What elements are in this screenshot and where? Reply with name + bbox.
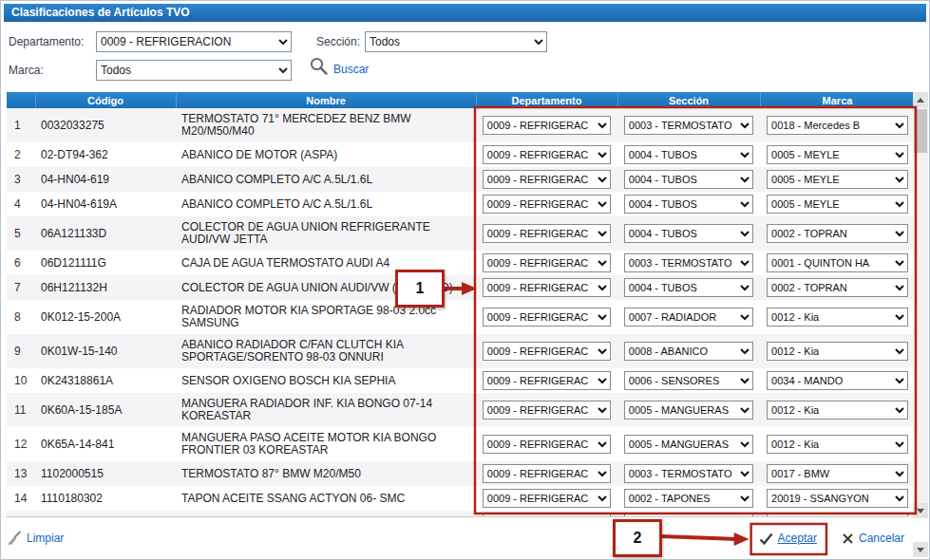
dialog-titlebar: Clasificaciones de Artículos TVO — [4, 4, 926, 22]
row-nombre: MANGUERA PASO ACEITE MOTOR KIA BONGO FRO… — [176, 427, 476, 461]
row-seccion-select[interactable]: 0004 - TUBOS — [624, 145, 753, 164]
row-marca-select[interactable]: 0005 - MEYLE — [767, 195, 908, 214]
seccion-filter-select[interactable]: Todos — [365, 31, 547, 52]
row-marca-select[interactable]: 0012 - Kia — [767, 435, 908, 454]
row-departamento-select[interactable]: 0009 - REFRIGERAC — [483, 489, 611, 508]
row-seccion-select[interactable]: 0003 - TERMOSTATO — [624, 464, 753, 483]
row-number: 11 — [7, 393, 35, 427]
row-departamento-select-cell: 0009 - REFRIGERAC — [476, 251, 617, 275]
departamento-filter-select[interactable]: 0009 - REFRIGERACION — [96, 31, 292, 52]
row-departamento-select[interactable]: 0009 - REFRIGERAC — [483, 278, 611, 297]
scroll-up-button[interactable] — [913, 92, 928, 107]
row-departamento-select[interactable]: 0009 - REFRIGERAC — [483, 170, 611, 189]
row-seccion-select-cell: 0004 - TUBOS — [617, 192, 760, 216]
seccion-filter-label: Sección: — [316, 35, 360, 48]
row-codigo: 06A121133D — [35, 216, 176, 251]
aceptar-button[interactable]: Aceptar — [759, 532, 817, 545]
row-marca-select[interactable]: 0001 - QUINTON HA — [767, 253, 908, 272]
row-seccion-select[interactable]: 0004 - TUBOS — [624, 224, 753, 243]
table-row: 506A121133DCOLECTOR DE AGUA UNION REFRIG… — [7, 216, 915, 251]
search-icon — [309, 56, 329, 80]
row-departamento-select[interactable]: 0009 - REFRIGERAC — [483, 224, 611, 243]
row-seccion-select[interactable]: 0004 - TUBOS — [624, 170, 753, 189]
row-seccion-select[interactable]: 0005 - MANGUERAS — [624, 435, 753, 454]
row-marca-select[interactable]: 0005 - MEYLE — [767, 170, 908, 189]
aceptar-label: Aceptar — [778, 532, 817, 545]
marca-filter-select[interactable]: Todos — [96, 60, 292, 81]
row-departamento-select[interactable]: 0009 - REFRIGERAC — [483, 116, 611, 135]
row-departamento-select[interactable]: 0009 - REFRIGERAC — [483, 435, 611, 454]
row-departamento-select-cell: 0009 - REFRIGERAC — [476, 368, 617, 393]
row-seccion-select[interactable]: 0006 - SENSORES — [624, 371, 753, 390]
row-codigo: 04-HN04-619 — [35, 167, 176, 192]
row-seccion-select[interactable]: 0002 - TAPONES — [624, 489, 753, 508]
row-marca-select-cell: 0012 - Kia — [760, 300, 915, 334]
row-departamento-select[interactable]: 0009 - REFRIGERAC — [483, 371, 611, 390]
row-departamento-select[interactable]: 0009 - REFRIGERAC — [483, 464, 611, 483]
row-nombre: ABANICO COMPLETO A/C A.5L/1.6L — [176, 167, 476, 192]
table-row: 80K012-15-200ARADIADOR MOTOR KIA SPORTAG… — [7, 300, 915, 334]
row-codigo: 06H121132H — [35, 275, 176, 300]
row-marca-select[interactable]: 0012 - Kia — [767, 342, 908, 361]
row-marca-select-cell: 0012 - Kia — [760, 427, 915, 461]
row-marca-select[interactable]: 0034 - MANDO — [767, 371, 908, 390]
row-marca-select[interactable]: 0002 - TOPRAN — [767, 224, 908, 243]
row-marca-select[interactable]: 0017 - BMW — [767, 464, 908, 483]
row-departamento-select[interactable]: 0009 - REFRIGERAC — [483, 401, 611, 420]
row-departamento-select[interactable]: 0009 - REFRIGERAC — [483, 342, 611, 361]
row-codigo: 0K24318861A — [35, 368, 176, 393]
row-seccion-select[interactable]: 0004 - TUBOS — [624, 278, 753, 297]
row-seccion-select-cell: 0003 - TERMOSTATO — [617, 108, 760, 142]
table-header-row: Código Nombre Departamento Sección Marca — [7, 92, 915, 108]
row-departamento-select[interactable]: 0009 - REFRIGERAC — [483, 308, 611, 327]
row-departamento-select[interactable]: 0009 - REFRIGERAC — [483, 253, 611, 272]
table-row: 202-DT94-362ABANICO DE MOTOR (ASPA)0009 … — [7, 142, 915, 167]
cancelar-button[interactable]: Cancelar — [842, 532, 904, 545]
buscar-button[interactable]: Buscar — [333, 63, 369, 76]
row-marca-select-cell: 0012 - Kia — [760, 334, 915, 368]
row-departamento-select[interactable]: 0009 - REFRIGERAC — [483, 195, 611, 214]
row-number: 4 — [7, 192, 35, 216]
row-seccion-select[interactable]: 0003 - TERMOSTATO — [624, 253, 753, 272]
row-seccion-select[interactable]: 0005 - MANGUERAS — [624, 401, 753, 420]
row-departamento-select-cell: 0009 - REFRIGERAC — [476, 486, 617, 511]
header-codigo: Código — [35, 92, 176, 108]
row-marca-select-cell: 0017 - BMW — [760, 461, 915, 486]
row-seccion-select-cell: 0003 - TERMOSTATO — [617, 251, 760, 275]
row-marca-select-cell: 20019 - SSANGYON — [760, 486, 915, 511]
table-row: 10032033275TERMOSTATO 71° MERCEDEZ BENZ … — [7, 108, 915, 142]
marca-filter-label: Marca: — [9, 64, 44, 77]
row-seccion-select[interactable]: 0004 - TUBOS — [624, 195, 753, 214]
row-marca-select[interactable]: 0012 - Kia — [767, 308, 908, 327]
row-marca-select[interactable]: 0018 - Mercedes B — [767, 116, 908, 135]
dialog-title: Clasificaciones de Artículos TVO — [11, 6, 190, 19]
row-nombre: ABANICO DE MOTOR (ASPA) — [176, 142, 476, 167]
row-seccion-select[interactable]: 0003 - TERMOSTATO — [624, 116, 753, 135]
scrollbar-thumb[interactable] — [914, 109, 927, 153]
row-marca-select[interactable]: 20019 - SSANGYON — [767, 489, 908, 508]
limpiar-button[interactable]: Limpiar — [6, 531, 64, 546]
vertical-scrollbar[interactable] — [913, 92, 928, 518]
row-marca-select[interactable]: 0005 - MEYLE — [767, 145, 908, 164]
scroll-down-corner-button[interactable] — [913, 542, 928, 557]
row-seccion-select-cell: 0007 - RADIADOR — [617, 300, 760, 334]
row-seccion-select[interactable]: 0008 - ABANICO — [624, 342, 753, 361]
row-codigo: 06D121111G — [35, 251, 176, 275]
row-nombre: TERMOSTATO 87° BMW M20/M50 — [176, 461, 476, 486]
row-departamento-select-cell: 0009 - REFRIGERAC — [476, 427, 617, 461]
row-marca-select-cell: 0018 - Mercedes B — [760, 108, 915, 142]
footer-actions: Aceptar Cancelar — [759, 532, 904, 545]
header-marca: Marca — [760, 92, 915, 108]
row-departamento-select[interactable]: 0009 - REFRIGERAC — [483, 145, 611, 164]
arrow-down-icon — [917, 548, 924, 552]
scroll-down-button[interactable] — [913, 503, 928, 518]
row-seccion-select-cell: 0003 - TERMOSTATO — [617, 461, 760, 486]
row-number: 5 — [7, 216, 35, 251]
row-seccion-select[interactable]: 0007 - RADIADOR — [624, 308, 753, 327]
limpiar-label: Limpiar — [27, 532, 64, 545]
row-codigo: 0032033275 — [35, 108, 176, 142]
row-marca-select[interactable]: 0002 - TOPRAN — [767, 278, 908, 297]
row-departamento-select-cell: 0009 - REFRIGERAC — [476, 393, 617, 427]
row-codigo: 0K012-15-200A — [35, 300, 176, 334]
row-marca-select[interactable]: 0012 - Kia — [767, 401, 908, 420]
